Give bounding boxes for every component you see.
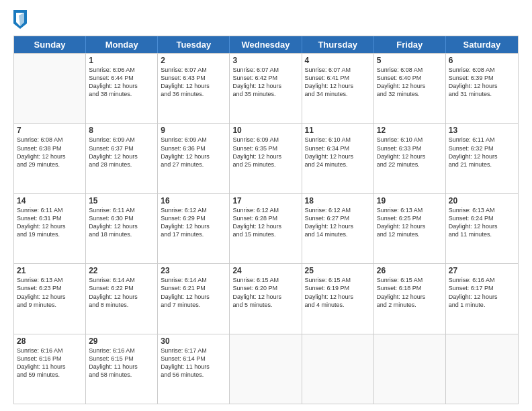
calendar-cell: 8Sunrise: 6:09 AM Sunset: 6:37 PM Daylig… — [86, 124, 158, 193]
logo — [13, 10, 30, 29]
calendar-week-1: 7Sunrise: 6:08 AM Sunset: 6:38 PM Daylig… — [14, 123, 518, 193]
header-day-tuesday: Tuesday — [158, 36, 230, 53]
day-number: 3 — [232, 56, 298, 65]
calendar-cell: 11Sunrise: 6:10 AM Sunset: 6:34 PM Dayli… — [302, 124, 374, 193]
day-number: 9 — [161, 126, 226, 135]
calendar-cell: 17Sunrise: 6:12 AM Sunset: 6:28 PM Dayli… — [230, 194, 302, 263]
day-number: 15 — [89, 196, 154, 205]
day-info: Sunrise: 6:13 AM Sunset: 6:25 PM Dayligh… — [377, 206, 443, 239]
calendar-cell: 3Sunrise: 6:07 AM Sunset: 6:42 PM Daylig… — [230, 54, 302, 123]
calendar-cell: 29Sunrise: 6:16 AM Sunset: 6:15 PM Dayli… — [86, 334, 158, 404]
day-number: 1 — [89, 56, 154, 65]
calendar-cell — [446, 334, 518, 404]
calendar-cell: 4Sunrise: 6:07 AM Sunset: 6:41 PM Daylig… — [302, 54, 374, 123]
day-info: Sunrise: 6:16 AM Sunset: 6:16 PM Dayligh… — [17, 347, 83, 379]
day-number: 17 — [232, 196, 298, 205]
calendar-cell: 19Sunrise: 6:13 AM Sunset: 6:25 PM Dayli… — [374, 194, 446, 263]
day-info: Sunrise: 6:08 AM Sunset: 6:39 PM Dayligh… — [449, 66, 515, 99]
calendar-cell: 27Sunrise: 6:16 AM Sunset: 6:17 PM Dayli… — [446, 264, 518, 333]
day-info: Sunrise: 6:15 AM Sunset: 6:18 PM Dayligh… — [377, 276, 443, 309]
day-info: Sunrise: 6:11 AM Sunset: 6:31 PM Dayligh… — [17, 206, 83, 239]
calendar-week-2: 14Sunrise: 6:11 AM Sunset: 6:31 PM Dayli… — [14, 193, 518, 263]
day-info: Sunrise: 6:09 AM Sunset: 6:37 PM Dayligh… — [89, 136, 154, 169]
calendar-cell: 16Sunrise: 6:12 AM Sunset: 6:29 PM Dayli… — [158, 194, 230, 263]
day-number: 28 — [17, 336, 83, 346]
calendar-body: 1Sunrise: 6:06 AM Sunset: 6:44 PM Daylig… — [14, 53, 518, 404]
calendar-cell: 25Sunrise: 6:15 AM Sunset: 6:19 PM Dayli… — [302, 264, 374, 333]
day-info: Sunrise: 6:09 AM Sunset: 6:36 PM Dayligh… — [161, 136, 226, 169]
calendar-cell: 5Sunrise: 6:08 AM Sunset: 6:40 PM Daylig… — [374, 54, 446, 123]
day-number: 21 — [17, 266, 83, 275]
day-number: 29 — [89, 336, 154, 346]
day-number: 27 — [449, 266, 515, 275]
calendar-cell: 21Sunrise: 6:13 AM Sunset: 6:23 PM Dayli… — [14, 264, 86, 333]
calendar-cell: 9Sunrise: 6:09 AM Sunset: 6:36 PM Daylig… — [158, 124, 230, 193]
day-number: 6 — [449, 56, 515, 65]
calendar-cell: 15Sunrise: 6:11 AM Sunset: 6:30 PM Dayli… — [86, 194, 158, 263]
day-info: Sunrise: 6:07 AM Sunset: 6:41 PM Dayligh… — [305, 66, 371, 99]
calendar-cell: 10Sunrise: 6:09 AM Sunset: 6:35 PM Dayli… — [230, 124, 302, 193]
day-number: 8 — [89, 126, 154, 135]
day-info: Sunrise: 6:12 AM Sunset: 6:29 PM Dayligh… — [161, 206, 226, 239]
calendar-week-4: 28Sunrise: 6:16 AM Sunset: 6:16 PM Dayli… — [14, 334, 518, 404]
calendar-cell — [302, 334, 374, 404]
calendar-cell: 13Sunrise: 6:11 AM Sunset: 6:32 PM Dayli… — [446, 124, 518, 193]
day-number: 25 — [305, 266, 371, 275]
day-info: Sunrise: 6:11 AM Sunset: 6:30 PM Dayligh… — [89, 206, 154, 239]
day-number: 5 — [377, 56, 443, 65]
day-info: Sunrise: 6:16 AM Sunset: 6:17 PM Dayligh… — [449, 276, 515, 309]
day-info: Sunrise: 6:07 AM Sunset: 6:43 PM Dayligh… — [161, 66, 226, 99]
calendar-cell — [230, 334, 302, 404]
calendar-header: SundayMondayTuesdayWednesdayThursdayFrid… — [14, 36, 518, 53]
day-number: 24 — [232, 266, 298, 275]
day-info: Sunrise: 6:11 AM Sunset: 6:32 PM Dayligh… — [449, 136, 515, 169]
day-info: Sunrise: 6:12 AM Sunset: 6:28 PM Dayligh… — [232, 206, 298, 239]
calendar-week-3: 21Sunrise: 6:13 AM Sunset: 6:23 PM Dayli… — [14, 263, 518, 333]
day-number: 19 — [377, 196, 443, 205]
day-info: Sunrise: 6:09 AM Sunset: 6:35 PM Dayligh… — [232, 136, 298, 169]
day-number: 10 — [232, 126, 298, 135]
header-day-monday: Monday — [86, 36, 158, 53]
day-number: 22 — [89, 266, 154, 275]
day-number: 16 — [161, 196, 226, 205]
calendar: SundayMondayTuesdayWednesdayThursdayFrid… — [13, 36, 519, 404]
calendar-cell: 23Sunrise: 6:14 AM Sunset: 6:21 PM Dayli… — [158, 264, 230, 333]
calendar-cell: 1Sunrise: 6:06 AM Sunset: 6:44 PM Daylig… — [86, 54, 158, 123]
day-info: Sunrise: 6:12 AM Sunset: 6:27 PM Dayligh… — [305, 206, 371, 239]
calendar-cell — [374, 334, 446, 404]
day-info: Sunrise: 6:10 AM Sunset: 6:33 PM Dayligh… — [377, 136, 443, 169]
calendar-cell: 7Sunrise: 6:08 AM Sunset: 6:38 PM Daylig… — [14, 124, 86, 193]
day-number: 23 — [161, 266, 226, 275]
day-info: Sunrise: 6:10 AM Sunset: 6:34 PM Dayligh… — [305, 136, 371, 169]
calendar-cell: 24Sunrise: 6:15 AM Sunset: 6:20 PM Dayli… — [230, 264, 302, 333]
calendar-week-0: 1Sunrise: 6:06 AM Sunset: 6:44 PM Daylig… — [14, 53, 518, 123]
calendar-cell — [14, 54, 86, 123]
header-day-friday: Friday — [374, 36, 446, 53]
calendar-cell: 20Sunrise: 6:13 AM Sunset: 6:24 PM Dayli… — [446, 194, 518, 263]
day-number: 2 — [161, 56, 226, 65]
day-info: Sunrise: 6:13 AM Sunset: 6:24 PM Dayligh… — [449, 206, 515, 239]
day-number: 12 — [377, 126, 443, 135]
day-number: 20 — [449, 196, 515, 205]
calendar-cell: 30Sunrise: 6:17 AM Sunset: 6:14 PM Dayli… — [158, 334, 230, 404]
header-day-saturday: Saturday — [446, 36, 518, 53]
day-info: Sunrise: 6:14 AM Sunset: 6:21 PM Dayligh… — [161, 276, 226, 309]
day-info: Sunrise: 6:17 AM Sunset: 6:14 PM Dayligh… — [161, 347, 226, 379]
calendar-cell: 26Sunrise: 6:15 AM Sunset: 6:18 PM Dayli… — [374, 264, 446, 333]
calendar-cell: 2Sunrise: 6:07 AM Sunset: 6:43 PM Daylig… — [158, 54, 230, 123]
day-info: Sunrise: 6:07 AM Sunset: 6:42 PM Dayligh… — [232, 66, 298, 99]
day-number: 7 — [17, 126, 83, 135]
header-day-wednesday: Wednesday — [230, 36, 302, 53]
day-info: Sunrise: 6:14 AM Sunset: 6:22 PM Dayligh… — [89, 276, 154, 309]
day-number: 18 — [305, 196, 371, 205]
calendar-cell: 12Sunrise: 6:10 AM Sunset: 6:33 PM Dayli… — [374, 124, 446, 193]
header-day-thursday: Thursday — [302, 36, 374, 53]
calendar-cell: 6Sunrise: 6:08 AM Sunset: 6:39 PM Daylig… — [446, 54, 518, 123]
day-info: Sunrise: 6:08 AM Sunset: 6:40 PM Dayligh… — [377, 66, 443, 99]
day-info: Sunrise: 6:16 AM Sunset: 6:15 PM Dayligh… — [89, 347, 154, 379]
day-info: Sunrise: 6:08 AM Sunset: 6:38 PM Dayligh… — [17, 136, 83, 169]
day-info: Sunrise: 6:13 AM Sunset: 6:23 PM Dayligh… — [17, 276, 83, 309]
calendar-cell: 14Sunrise: 6:11 AM Sunset: 6:31 PM Dayli… — [14, 194, 86, 263]
day-number: 14 — [17, 196, 83, 205]
calendar-cell: 28Sunrise: 6:16 AM Sunset: 6:16 PM Dayli… — [14, 334, 86, 404]
